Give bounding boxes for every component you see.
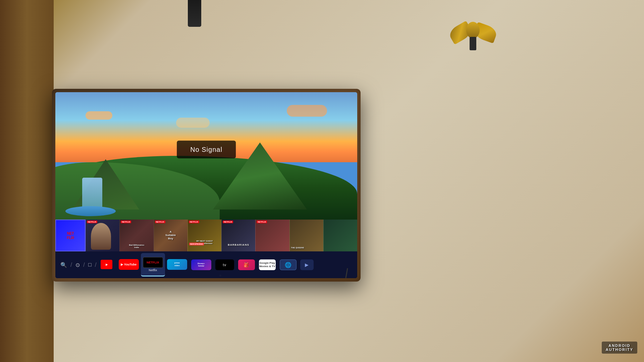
netflix-logo-tile[interactable]: NETfLIX — [55, 220, 86, 251]
ceiling-mount — [188, 0, 201, 27]
thumbnail-2[interactable]: NETFLIX Bad BillionairesIndia — [119, 220, 153, 251]
yt-music-icon: ▶ — [101, 260, 112, 269]
netflix-badge-2: NETFLIX — [121, 221, 131, 223]
watermark-authority: AUTHORITY — [606, 348, 633, 352]
netflix-nav-text: NETFLIX — [147, 261, 159, 264]
nav-app-magenta[interactable]: 🎒 — [236, 253, 257, 277]
web-icon-symbol: 🌐 — [285, 262, 291, 268]
magenta-icon-symbol: 🎒 — [244, 262, 249, 267]
nav-app-youtube[interactable]: ▶ YouTube — [117, 253, 141, 277]
lamp-leaf-center — [466, 22, 480, 39]
yt-music-label: ▶ — [106, 263, 108, 266]
netflix-badge-1: NETFLIX — [87, 221, 97, 223]
nav-bar: 🔍 / ⊙ / □ / ▶ — [55, 251, 357, 278]
thumb-2-label: Bad BillionairesIndia — [129, 244, 144, 249]
cloud-3 — [176, 118, 210, 128]
more-icon-symbol: ▶ — [305, 262, 309, 267]
thumbnail-3[interactable]: NETFLIX ASuitableBoy — [154, 220, 187, 251]
thumbnail-6[interactable]: NETFLIX — [255, 220, 289, 251]
apple-tv-text: tv — [223, 263, 226, 267]
lamp-body — [470, 37, 476, 50]
tv-screen: No Signal NETfLIX NETFLIX — [55, 92, 357, 278]
prime-text: primevideo — [174, 262, 180, 267]
door-panel — [0, 0, 54, 362]
google-play-icon: Google PlayMovies & TV — [259, 259, 276, 270]
thumbnail-5[interactable]: NETFLIX BARBARIANS — [221, 220, 255, 251]
divider-2: / — [83, 261, 85, 268]
cloud-1 — [86, 111, 112, 120]
thumbnail-8[interactable] — [323, 220, 357, 251]
magenta-icon: 🎒 — [238, 259, 255, 270]
prime-icon: primevideo — [167, 259, 187, 270]
thumbnail-7[interactable]: THE QUEENS — [289, 220, 323, 251]
more-icon: ▶ — [300, 259, 314, 270]
tv-screen-bezel: No Signal NETfLIX NETFLIX — [55, 92, 357, 278]
main-content-area: No Signal — [55, 92, 357, 220]
wall-lamp — [443, 7, 503, 50]
netflix-logo-text: NETfLIX — [67, 231, 74, 239]
new-episodes-badge: NEW EPISODES — [189, 243, 204, 245]
thumbnail-1[interactable]: NETFLIX — [86, 220, 119, 251]
nav-app-apple-tv[interactable]: tv — [213, 253, 236, 277]
netflix-badge-6: NETFLIX — [257, 221, 267, 223]
nav-icons-group: 🔍 / ⊙ / □ / ▶ — [57, 253, 117, 277]
no-signal-text: No Signal — [190, 146, 222, 153]
search-icon[interactable]: 🔍 — [60, 262, 67, 268]
hotstar-icon: Disney+hotstar — [191, 259, 211, 270]
youtube-icon: ▶ YouTube — [119, 259, 139, 270]
netflix-badge-5: NETFLIX — [223, 221, 233, 223]
lg-smart-tv-bar: NETfLIX NETFLIX NETFLIX Bad Billionaires… — [55, 220, 357, 278]
nav-app-netflix[interactable]: NETFLIX Netflix — [141, 253, 165, 277]
watermark: ANDROID AUTHORITY — [602, 342, 637, 354]
watermark-android: ANDROID — [606, 344, 633, 348]
google-play-text: Google PlayMovies & TV — [259, 261, 275, 268]
settings-icon[interactable]: ⊙ — [75, 262, 80, 268]
nav-app-yt-music[interactable]: ▶ — [100, 253, 113, 277]
nav-app-hotstar[interactable]: Disney+hotstar — [189, 253, 213, 277]
suitable-boy-text: ASuitableBoy — [165, 230, 176, 241]
nav-app-google-play[interactable]: Google PlayMovies & TV — [257, 253, 278, 277]
nav-app-more[interactable]: ▶ — [299, 253, 315, 277]
divider-1: / — [70, 261, 72, 268]
web-browser-icon: 🌐 — [280, 259, 297, 270]
hotstar-text: Disney+hotstar — [198, 262, 205, 267]
person-silhouette-1 — [91, 223, 111, 250]
netflix-nav-icon: NETFLIX — [143, 257, 163, 268]
app-thumbnails-row: NETfLIX NETFLIX NETFLIX Bad Billionaires… — [55, 220, 357, 251]
nav-app-prime[interactable]: primevideo — [165, 253, 189, 277]
divider-3: / — [95, 261, 97, 268]
cloud-2 — [287, 105, 327, 117]
no-signal-overlay: No Signal — [177, 141, 236, 159]
thumb-7-label: THE QUEENS — [291, 247, 304, 249]
apple-tv-icon: tv — [215, 259, 234, 270]
tv-frame: No Signal NETfLIX NETFLIX — [52, 89, 361, 282]
screen-mirror-icon[interactable]: □ — [88, 262, 92, 268]
netflix-badge-3: NETFLIX — [155, 221, 165, 223]
thumbnail-4[interactable]: NETFLIX MY NEXT GUESTDavid Letterman NEW… — [187, 220, 221, 251]
netflix-nav-label: Netflix — [149, 268, 157, 272]
youtube-icon-text: ▶ YouTube — [121, 263, 137, 266]
netflix-badge-4: NETFLIX — [189, 221, 199, 223]
waterfall-pool — [65, 206, 116, 216]
barbarians-text: BARBARIANS — [228, 243, 249, 246]
nav-app-web[interactable]: 🌐 — [278, 253, 299, 277]
